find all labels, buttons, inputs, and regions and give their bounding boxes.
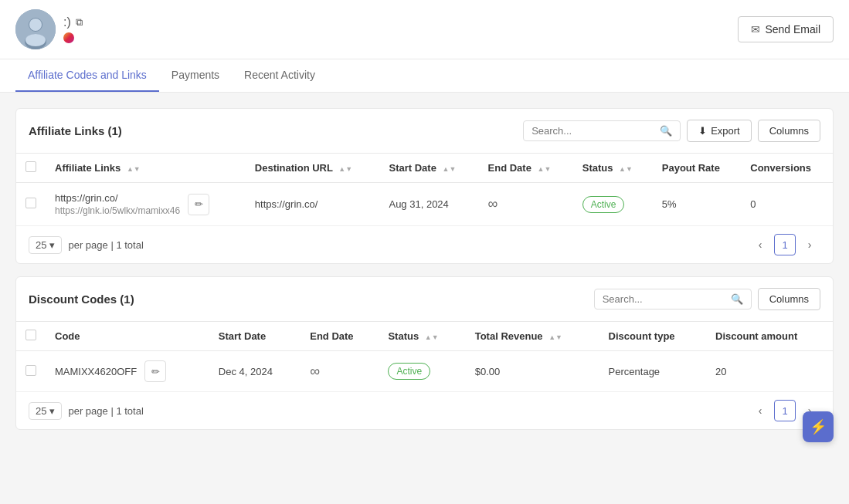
affiliate-links-title: Affiliate Links (1) <box>29 124 122 137</box>
per-page-value-affiliate: 25 <box>36 239 46 251</box>
th-payout-rate: Payout Rate <box>653 154 742 183</box>
tab-payments[interactable]: Payments <box>159 59 232 92</box>
th-code: Code <box>46 322 209 351</box>
th-end-date-discount: End Date <box>301 322 379 351</box>
instagram-row <box>63 32 83 43</box>
discount-columns-button[interactable]: Columns <box>758 288 820 310</box>
sort-icon-destination-url: ▲▼ <box>338 165 352 173</box>
select-all-checkbox-affiliate[interactable] <box>25 161 36 172</box>
start-date-cell-affiliate: Aug 31, 2024 <box>379 183 478 226</box>
external-link-icon[interactable]: ⧉ <box>76 16 83 29</box>
discount-columns-label: Columns <box>769 293 809 305</box>
floating-btn-icon: ⚡ <box>810 418 827 435</box>
email-icon: ✉ <box>751 23 760 36</box>
conversions-cell: 0 <box>741 183 833 226</box>
end-date-cell-discount: ∞ <box>301 351 379 392</box>
row-checkbox-discount-input[interactable] <box>25 365 36 376</box>
svg-point-3 <box>29 19 42 31</box>
payout-rate-cell: 5% <box>653 183 742 226</box>
per-page-total-discount: per page | 1 total <box>68 405 143 417</box>
affiliate-link-sub: https://glnk.io/5wlkx/mamixx46 <box>55 205 180 216</box>
prev-page-btn-affiliate[interactable]: ‹ <box>749 234 771 255</box>
row-checkbox-affiliate-input[interactable] <box>25 198 36 208</box>
th-start-date-affiliate[interactable]: Start Date ▲▼ <box>379 154 478 183</box>
discount-amount-cell: 20 <box>706 351 833 392</box>
discount-search-box[interactable]: 🔍 <box>594 289 752 310</box>
sort-icon-end-date-affiliate: ▲▼ <box>538 165 552 173</box>
smiley-row: :) ⧉ <box>63 15 83 29</box>
th-total-revenue[interactable]: Total Revenue ▲▼ <box>466 322 599 351</box>
th-status-discount[interactable]: Status ▲▼ <box>379 322 465 351</box>
th-destination-url[interactable]: Destination URL ▲▼ <box>246 154 380 183</box>
tabs-bar: Affiliate Codes and Links Payments Recen… <box>0 59 849 93</box>
tab-recent-activity[interactable]: Recent Activity <box>232 59 328 92</box>
destination-url-cell: https://grin.co/ <box>246 183 380 226</box>
end-date-cell-affiliate: ∞ <box>479 183 573 226</box>
prev-page-btn-discount[interactable]: ‹ <box>749 400 771 421</box>
next-page-btn-affiliate[interactable]: › <box>799 234 820 255</box>
top-bar: :) ⧉ ✉ Send Email <box>0 0 849 59</box>
smiley-icon: :) <box>63 15 71 29</box>
current-page-affiliate[interactable]: 1 <box>774 234 796 255</box>
per-page-chevron-affiliate: ▾ <box>49 239 55 251</box>
status-cell-affiliate: Active <box>573 183 653 226</box>
per-page-select-discount[interactable]: 25 ▾ <box>29 402 62 420</box>
send-email-button[interactable]: ✉ Send Email <box>738 16 834 42</box>
th-affiliate-links[interactable]: Affiliate Links ▲▼ <box>46 154 246 183</box>
affiliate-columns-button[interactable]: Columns <box>758 120 820 142</box>
total-revenue-cell: $0.00 <box>466 351 599 392</box>
discount-codes-table: Code Start Date End Date Status ▲▼ Total… <box>16 322 833 391</box>
per-page-value-discount: 25 <box>36 405 46 417</box>
affiliate-columns-label: Columns <box>769 125 809 137</box>
select-all-checkbox-discount[interactable] <box>25 330 36 340</box>
discount-codes-card: Discount Codes (1) 🔍 Columns Code <box>15 276 834 430</box>
export-icon: ⬇ <box>698 125 707 137</box>
floating-action-button[interactable]: ⚡ <box>803 411 834 442</box>
sort-icon-affiliate-links: ▲▼ <box>127 165 141 173</box>
sort-icon-status-discount: ▲▼ <box>425 333 439 341</box>
th-discount-amount: Discount amount <box>706 322 833 351</box>
top-bar-left: :) ⧉ <box>15 9 83 49</box>
affiliate-search-input[interactable] <box>531 125 655 137</box>
th-discount-type: Discount type <box>599 322 706 351</box>
export-label: Export <box>711 125 740 137</box>
sort-icon-start-date-affiliate: ▲▼ <box>443 165 457 173</box>
discount-row-edit-button[interactable]: ✏ <box>144 360 166 382</box>
tab-affiliate[interactable]: Affiliate Codes and Links <box>15 59 159 92</box>
current-page-discount[interactable]: 1 <box>774 400 796 421</box>
discount-search-icon: 🔍 <box>731 293 743 305</box>
table-row: MAMIXX4620OFF ✏ Dec 4, 2024 ∞ Active $0.… <box>16 351 833 392</box>
affiliate-links-footer: 25 ▾ per page | 1 total ‹ 1 › <box>16 225 833 263</box>
discount-type-cell: Percentage <box>599 351 706 392</box>
affiliate-links-header: Affiliate Links (1) 🔍 ⬇ Export Columns <box>16 109 833 154</box>
affiliate-links-actions: 🔍 ⬇ Export Columns <box>523 120 820 142</box>
discount-per-page: 25 ▾ per page | 1 total <box>29 402 144 420</box>
discount-codes-footer: 25 ▾ per page | 1 total ‹ 1 › <box>16 391 833 429</box>
table-row: https://grin.co/ https://glnk.io/5wlkx/m… <box>16 183 833 226</box>
affiliate-link-main: https://grin.co/ <box>55 192 180 204</box>
discount-codes-actions: 🔍 Columns <box>594 288 820 310</box>
svg-point-4 <box>25 34 46 46</box>
code-value: MAMIXX4620OFF <box>55 366 137 377</box>
code-cell: MAMIXX4620OFF ✏ <box>46 351 209 392</box>
affiliate-links-table: Affiliate Links ▲▼ Destination URL ▲▼ St… <box>16 154 833 225</box>
per-page-select-affiliate[interactable]: 25 ▾ <box>29 236 62 254</box>
th-status-affiliate[interactable]: Status ▲▼ <box>573 154 653 183</box>
discount-codes-header: Discount Codes (1) 🔍 Columns <box>16 277 833 322</box>
avatar <box>15 9 56 49</box>
affiliate-row-edit-button[interactable]: ✏ <box>188 194 209 215</box>
search-icon: 🔍 <box>660 125 672 137</box>
send-email-label: Send Email <box>765 23 820 36</box>
status-cell-discount: Active <box>379 351 465 392</box>
th-checkbox-discount <box>16 322 46 351</box>
discount-codes-title: Discount Codes (1) <box>29 293 134 306</box>
affiliate-search-box[interactable]: 🔍 <box>523 120 681 141</box>
discount-search-input[interactable] <box>603 293 726 305</box>
export-button[interactable]: ⬇ Export <box>687 120 752 142</box>
per-page-chevron-discount: ▾ <box>49 405 55 417</box>
sort-icon-status-affiliate: ▲▼ <box>619 165 633 173</box>
th-end-date-affiliate[interactable]: End Date ▲▼ <box>479 154 573 183</box>
sort-icon-total-revenue: ▲▼ <box>548 333 562 341</box>
instagram-icon[interactable] <box>63 32 74 43</box>
affiliate-pagination: ‹ 1 › <box>749 234 820 255</box>
